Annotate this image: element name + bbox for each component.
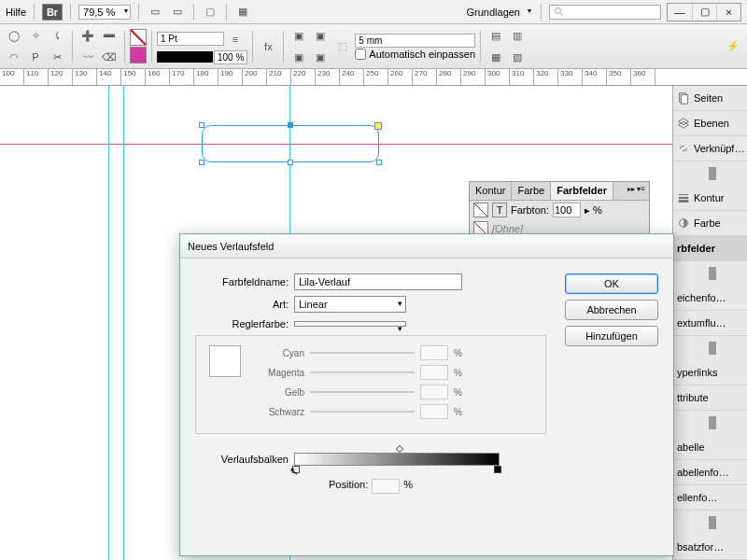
panel-item-tabellenfo[interactable]: abellenfo…: [673, 460, 747, 485]
abbrechen-button[interactable]: Abbrechen: [565, 300, 658, 320]
stroke-swatch[interactable]: [130, 47, 147, 63]
reglerfarbe-label: Reglerfarbe:: [195, 318, 289, 329]
resize-handle[interactable]: [376, 160, 382, 165]
stroke-style-icon[interactable]: ≡: [225, 29, 246, 49]
search-field[interactable]: [549, 5, 661, 20]
tool-scissors-icon[interactable]: ✂: [47, 47, 67, 67]
panel-collapse-icon[interactable]: ▸▸ ▾≡: [624, 182, 649, 200]
cyan-value[interactable]: [420, 345, 448, 360]
cursor-icon: ↖: [289, 465, 299, 478]
view-mode-1-icon[interactable]: ▭: [147, 4, 163, 21]
dialog-titlebar[interactable]: Neues Verlaufsfeld: [180, 234, 673, 259]
zoom-dropdown[interactable]: 79,5 %: [78, 5, 131, 20]
position-value[interactable]: [372, 479, 400, 494]
frame-fit-icon[interactable]: ⬚: [332, 36, 353, 57]
tool-type-path-icon[interactable]: P: [25, 47, 46, 67]
fill-swatch[interactable]: [130, 29, 147, 46]
art-dropdown[interactable]: Linear: [294, 296, 406, 313]
resize-handle[interactable]: [199, 160, 204, 165]
panel-item-hyperlinks[interactable]: yperlinks: [673, 360, 747, 385]
type-color-icon[interactable]: T: [492, 203, 507, 217]
gradient-ramp[interactable]: ↖: [294, 453, 500, 466]
color-icon: [677, 217, 690, 230]
ok-button[interactable]: OK: [565, 273, 658, 294]
tool-ellipse-icon[interactable]: ◯: [4, 25, 24, 46]
auto-fit-checkbox[interactable]: Automatisch einpassen: [355, 49, 475, 60]
menu-help[interactable]: Hilfe: [6, 7, 26, 18]
guide-vertical[interactable]: [108, 86, 109, 560]
maximize-button[interactable]: ▢: [692, 4, 716, 21]
reglerfarbe-dropdown[interactable]: [294, 321, 406, 327]
magenta-slider[interactable]: [310, 371, 415, 373]
stroke-weight-field[interactable]: 1 Pt: [157, 32, 224, 46]
close-button[interactable]: ×: [716, 4, 740, 21]
gradient-stop-right[interactable]: [494, 466, 501, 473]
panel-item-zellenfo[interactable]: ellenfo…: [673, 485, 747, 511]
view-mode-2-icon[interactable]: ▭: [169, 4, 186, 21]
cyan-slider[interactable]: [310, 352, 415, 354]
fit-3-icon[interactable]: ▣: [289, 47, 309, 67]
tool-anchor-add-icon[interactable]: ➕: [78, 25, 98, 46]
panel-item-tabelle[interactable]: abelle: [673, 435, 747, 460]
tool-convert-icon[interactable]: ⤹: [47, 25, 67, 46]
fill-indicator[interactable]: [473, 203, 488, 217]
align-2-icon[interactable]: ▥: [507, 25, 528, 46]
align-3-icon[interactable]: ▦: [486, 47, 506, 67]
tab-farbe[interactable]: Farbe: [512, 182, 551, 200]
tool-anchor-del-icon[interactable]: ➖: [99, 25, 120, 46]
effects-icon[interactable]: fx: [258, 36, 278, 57]
gelb-slider[interactable]: [310, 391, 415, 393]
minimize-button[interactable]: —: [668, 4, 692, 21]
corner-radius-handle[interactable]: [374, 122, 382, 130]
menubar: Hilfe Br 79,5 % ▭ ▭ ▢ ▦ Grundlagen — ▢ ×: [0, 0, 747, 24]
panel-item-seiten[interactable]: Seiten: [673, 86, 747, 111]
resize-handle[interactable]: [288, 122, 293, 128]
resize-handle[interactable]: [288, 160, 293, 165]
fit-4-icon[interactable]: ▣: [310, 47, 331, 67]
farbton-input[interactable]: [553, 203, 581, 217]
fit-1-icon[interactable]: ▣: [289, 25, 309, 46]
panel-item-zeichenfo[interactable]: eichenfo…: [673, 286, 747, 311]
workspace-dropdown[interactable]: Grundlagen: [463, 6, 534, 19]
opacity-field[interactable]: 100 %: [214, 50, 247, 64]
farbfeldname-input[interactable]: [294, 273, 462, 290]
tool-erase-icon[interactable]: ⌫: [99, 47, 120, 67]
flash-icon[interactable]: ⚡: [723, 36, 743, 57]
tool-smooth-icon[interactable]: 〰: [78, 47, 98, 67]
gelb-value[interactable]: [420, 385, 448, 399]
tab-farbfelder[interactable]: Farbfelder: [551, 182, 613, 200]
panel-item-farbe[interactable]: Farbe: [673, 211, 747, 236]
cyan-label: Cyan: [252, 348, 304, 358]
schwarz-slider[interactable]: [310, 411, 415, 413]
guide-vertical[interactable]: [123, 86, 124, 560]
swatches-panel[interactable]: Kontur Farbe Farbfelder ▸▸ ▾≡ T Farbton:…: [469, 181, 650, 237]
pages-icon: [677, 91, 690, 105]
panel-item-verknupf[interactable]: Verknüpf…: [673, 136, 747, 161]
tool-anchor-icon[interactable]: ✧: [25, 25, 46, 46]
fit-2-icon[interactable]: ▣: [310, 25, 331, 46]
align-1-icon[interactable]: ▤: [486, 25, 506, 46]
panel-item-absatzfor[interactable]: bsatzfor…: [673, 535, 747, 560]
tab-kontur[interactable]: Kontur: [470, 182, 512, 200]
bridge-button[interactable]: Br: [42, 4, 63, 21]
align-4-icon[interactable]: ▧: [507, 47, 528, 67]
window-controls: — ▢ ×: [667, 3, 741, 21]
panel-item-ebenen[interactable]: Ebenen: [673, 111, 747, 136]
selected-frame[interactable]: [202, 125, 379, 162]
arrange-icon[interactable]: ▦: [234, 4, 251, 21]
panel-item-kontur[interactable]: Kontur: [673, 186, 747, 211]
screen-mode-icon[interactable]: ▢: [202, 4, 218, 21]
panel-item-textumflu[interactable]: extumflu…: [673, 311, 747, 336]
tint-arrow-icon[interactable]: ▸ %: [585, 204, 602, 217]
tool-arc-icon[interactable]: ◠: [4, 47, 24, 67]
schwarz-label: Schwarz: [252, 407, 304, 417]
panel-item-attribute[interactable]: ttribute: [673, 385, 747, 411]
layers-icon: [677, 117, 690, 130]
panel-item-farbfelder[interactable]: rbfelder: [673, 236, 747, 261]
schwarz-value[interactable]: [420, 404, 448, 419]
frame-fit-value[interactable]: 5 mm: [355, 34, 475, 48]
magenta-value[interactable]: [420, 365, 448, 380]
gradient-midpoint-icon[interactable]: [396, 445, 403, 453]
resize-handle[interactable]: [199, 122, 204, 128]
hinzufugen-button[interactable]: Hinzufügen: [565, 326, 658, 346]
